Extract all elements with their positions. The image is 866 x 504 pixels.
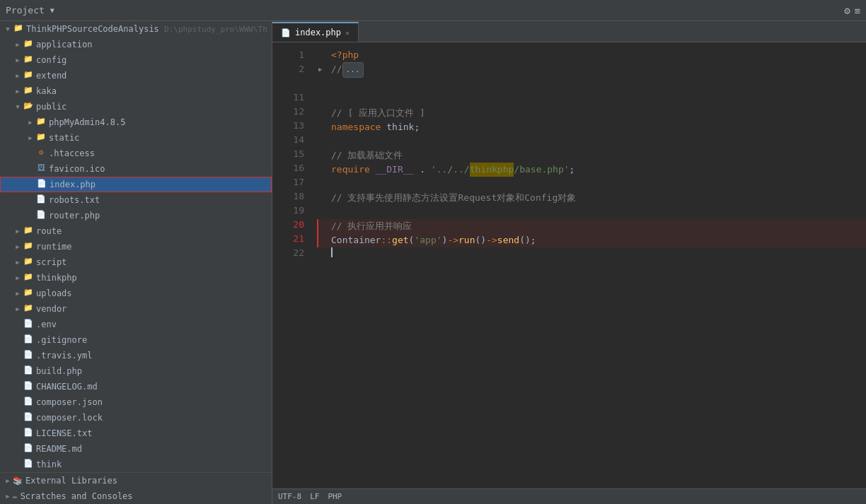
- require-path-start: '../../: [431, 163, 470, 177]
- code-area[interactable]: <?php ▶ // ... // [ 应用入口文件 ]: [311, 42, 866, 488]
- line-num-15: 15: [272, 147, 304, 161]
- sidebar-item-static[interactable]: ▶ 📁 static: [0, 130, 272, 146]
- comment-support: // 支持事先使用静态方法设置Request对象和Config对象: [331, 191, 576, 205]
- folded-indicator[interactable]: ...: [342, 62, 364, 78]
- config-label: config: [36, 55, 67, 65]
- public-label: public: [36, 102, 67, 112]
- sidebar-item-composer-json[interactable]: ▶ 📄 composer.json: [0, 394, 272, 410]
- fold-arrow-1[interactable]: [318, 48, 331, 62]
- travisyml-icon: 📄: [23, 350, 34, 361]
- extend-folder-icon: 📁: [23, 70, 34, 81]
- line-num-17: 17: [272, 175, 304, 189]
- fold-arrow-2[interactable]: ▶: [318, 62, 331, 76]
- sidebar-item-build[interactable]: ▶ 📄 build.php: [0, 363, 272, 379]
- dropdown-arrow[interactable]: ▼: [50, 6, 54, 14]
- tab-close-button[interactable]: ✕: [345, 29, 350, 37]
- editor-area: 📄 index.php ✕ 1 2 11 12 13 14 15 16 17 1…: [272, 21, 866, 504]
- sidebar-item-composer-lock[interactable]: ▶ 📄 composer.lock: [0, 410, 272, 426]
- sidebar-item-think[interactable]: ▶ 📄 think: [0, 457, 272, 472]
- sidebar-item-script[interactable]: ▶ 📁 script: [0, 254, 272, 270]
- php-open-tag: <?php: [331, 48, 359, 62]
- fold-arrow-15: [318, 148, 331, 163]
- uploads-label: uploads: [36, 288, 72, 298]
- sidebar-item-htaccess[interactable]: ▶ ⚙ .htaccess: [0, 146, 272, 161]
- run-method: run: [458, 233, 475, 247]
- sidebar-item-gitignore[interactable]: ▶ 📄 .gitignore: [0, 332, 272, 348]
- script-label: script: [36, 257, 67, 267]
- code-line-20: // 执行应用并响应: [317, 219, 866, 233]
- settings-icon[interactable]: ⚙: [844, 5, 850, 16]
- uploads-folder-icon: 📁: [23, 288, 34, 299]
- line-num-16: 16: [272, 161, 304, 175]
- kaka-arrow: ▶: [13, 88, 23, 95]
- fold-arrow-13: [318, 120, 331, 134]
- kaka-folder-icon: 📁: [23, 86, 34, 97]
- fold-arrow-14: [318, 134, 331, 148]
- sidebar-item-robots[interactable]: ▶ 📄 robots.txt: [0, 192, 272, 208]
- phpmyadmin-arrow: ▶: [25, 119, 35, 126]
- code-line-11: [318, 92, 866, 106]
- sidebar-item-travisyml[interactable]: ▶ 📄 .travis.yml: [0, 348, 272, 363]
- tab-index-php[interactable]: 📄 index.php ✕: [272, 22, 359, 42]
- sidebar-item-kaka[interactable]: ▶ 📁 kaka: [0, 83, 272, 99]
- sidebar-item-route[interactable]: ▶ 📁 route: [0, 223, 272, 239]
- config-folder-icon: 📁: [23, 54, 34, 66]
- external-libraries[interactable]: ▶ 📚 External Libraries: [0, 473, 272, 488]
- sidebar-item-router[interactable]: ▶ 📄 router.php: [0, 208, 272, 223]
- sidebar-item-favicon[interactable]: ▶ 🖼 favicon.ico: [0, 161, 272, 177]
- sidebar-item-uploads[interactable]: ▶ 📁 uploads: [0, 286, 272, 301]
- sidebar-item-vendor[interactable]: ▶ 📁 vendor: [0, 301, 272, 317]
- sidebar-item-application[interactable]: ▶ 📁 application: [0, 37, 272, 52]
- sidebar-item-phpmyadmin[interactable]: ▶ 📁 phpMyAdmin4.8.5: [0, 115, 272, 130]
- require-space: [370, 163, 376, 177]
- sidebar-item-public[interactable]: ▼ 📂 public: [0, 99, 272, 115]
- kaka-label: kaka: [36, 86, 57, 96]
- comment-app-entry: // [ 应用入口文件 ]: [331, 106, 425, 120]
- sidebar-item-changelog[interactable]: ▶ 📄 CHANGELOG.md: [0, 379, 272, 394]
- project-root[interactable]: ▼ 📁 ThinkPHPSourceCodeAnalysis D:\phpstu…: [0, 21, 272, 37]
- sidebar-item-config[interactable]: ▶ 📁 config: [0, 52, 272, 68]
- sidebar-item-extend[interactable]: ▶ 📁 extend: [0, 68, 272, 83]
- line-num-13: 13: [272, 119, 304, 133]
- code-line-16: require __DIR__ . '../../thinkphp/base.p…: [318, 163, 866, 177]
- line-numbers: 1 2 11 12 13 14 15 16 17 18 19 20 21 22: [272, 42, 311, 488]
- config-arrow: ▶: [13, 57, 23, 64]
- code-line-14: [318, 134, 866, 148]
- sidebar-item-thinkphp[interactable]: ▶ 📁 thinkphp: [0, 270, 272, 286]
- composerjson-label: composer.json: [36, 397, 103, 407]
- sidebar: ▼ 📁 ThinkPHPSourceCodeAnalysis D:\phpstu…: [0, 21, 272, 504]
- application-arrow: ▶: [13, 41, 23, 48]
- sidebar-item-index-php[interactable]: ▶ 📄 index.php: [0, 177, 272, 192]
- status-line-sep: LF: [310, 492, 319, 501]
- code-line-21: Container :: get ( 'app' ) -> run () -> …: [317, 233, 866, 247]
- double-colon: ::: [381, 233, 392, 247]
- vendor-label: vendor: [36, 304, 67, 314]
- code-line-19: [318, 205, 866, 219]
- runtime-arrow: ▶: [13, 243, 23, 250]
- code-line-15: // 加载基础文件: [318, 148, 866, 163]
- sidebar-item-readme[interactable]: ▶ 📄 README.md: [0, 441, 272, 457]
- require-path-end: /base.php': [514, 163, 569, 177]
- license-label: LICENSE.txt: [36, 428, 92, 438]
- static-folder-icon: 📁: [35, 132, 47, 143]
- code-line-22: [318, 247, 866, 262]
- scratches-and-consoles[interactable]: ▶ ✏ Scratches and Consoles: [0, 488, 272, 504]
- favicon-icon: 🖼: [35, 163, 47, 175]
- sidebar-item-runtime[interactable]: ▶ 📁 runtime: [0, 239, 272, 254]
- extlib-icon: 📚: [13, 476, 23, 486]
- sidebar-item-license[interactable]: ▶ 📄 LICENSE.txt: [0, 426, 272, 441]
- sidebar-content: ▼ 📁 ThinkPHPSourceCodeAnalysis D:\phpstu…: [0, 21, 272, 472]
- line-num-12: 12: [272, 105, 304, 119]
- router-label: router.php: [49, 211, 100, 221]
- robots-label: robots.txt: [49, 195, 100, 205]
- root-folder-icon: 📁: [13, 23, 24, 35]
- extend-arrow: ▶: [13, 72, 23, 79]
- sidebar-item-env[interactable]: ▶ 📄 .env: [0, 317, 272, 332]
- composerlock-label: composer.lock: [36, 413, 103, 423]
- runtime-label: runtime: [36, 242, 72, 252]
- run-parens: (): [475, 233, 487, 247]
- fold-arrow-18: [318, 191, 331, 205]
- arrow-1: ->: [447, 233, 458, 247]
- layout-icon[interactable]: ≡: [855, 5, 860, 16]
- readme-icon: 📄: [23, 443, 34, 455]
